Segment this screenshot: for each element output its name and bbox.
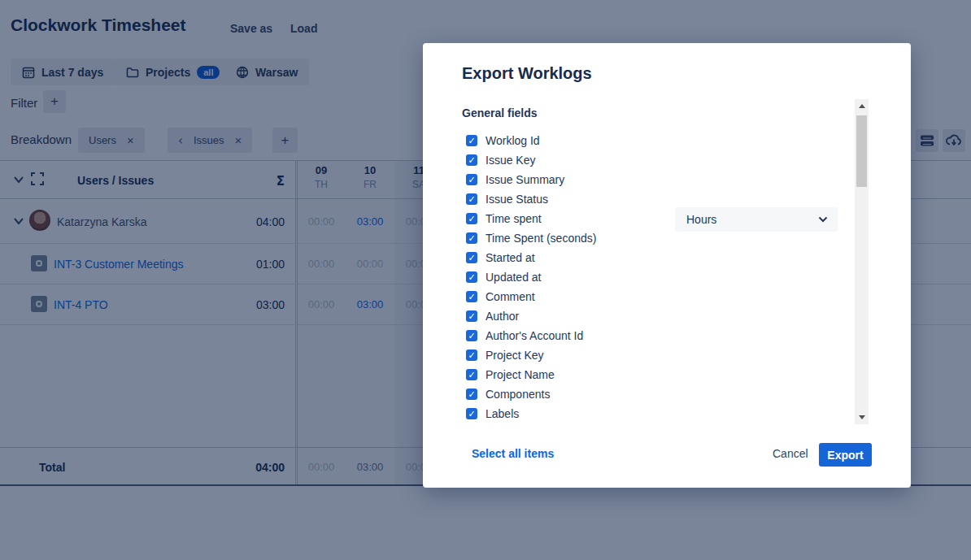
field-label: Issue Summary xyxy=(485,173,564,186)
checkbox-checked[interactable]: ✓ xyxy=(466,193,477,205)
arrow-down-icon xyxy=(859,415,865,419)
field-authors-account-id[interactable]: ✓Author's Account Id xyxy=(466,326,710,345)
checkbox-checked[interactable]: ✓ xyxy=(466,310,477,322)
field-labels[interactable]: ✓Labels xyxy=(466,404,710,423)
field-issue-key[interactable]: ✓Issue Key xyxy=(466,150,710,170)
field-started-at[interactable]: ✓Started at xyxy=(466,248,710,267)
checkbox-checked[interactable]: ✓ xyxy=(466,213,477,224)
checkbox-checked[interactable]: ✓ xyxy=(466,271,477,283)
field-comment[interactable]: ✓Comment xyxy=(466,287,710,306)
field-project-name[interactable]: ✓Project Name xyxy=(466,365,710,384)
field-updated-at[interactable]: ✓Updated at xyxy=(466,267,710,287)
field-label: Author xyxy=(485,310,519,323)
section-heading: General fields xyxy=(462,106,538,119)
field-label: Components xyxy=(485,388,550,401)
field-author[interactable]: ✓Author xyxy=(466,306,710,326)
checkbox-checked[interactable]: ✓ xyxy=(466,369,477,380)
checkbox-checked[interactable]: ✓ xyxy=(466,252,477,263)
modal-title: Export Worklogs xyxy=(462,64,592,83)
field-time-spent-seconds[interactable]: ✓Time Spent (seconds) xyxy=(466,228,710,248)
export-button[interactable]: Export xyxy=(819,443,872,467)
field-label: Comment xyxy=(485,290,535,303)
scrollbar-up-button[interactable] xyxy=(855,99,869,113)
field-label: Updated at xyxy=(485,271,542,284)
checkbox-checked[interactable]: ✓ xyxy=(466,349,477,361)
select-all-items-link[interactable]: Select all items xyxy=(472,447,554,460)
checkbox-checked[interactable]: ✓ xyxy=(466,232,477,244)
field-label: Time spent xyxy=(485,212,542,225)
field-components[interactable]: ✓Components xyxy=(466,384,710,404)
field-label: Author's Account Id xyxy=(485,329,583,342)
time-spent-unit-select[interactable]: Hours xyxy=(675,207,838,232)
selected-unit: Hours xyxy=(686,213,716,226)
field-label: Issue Key xyxy=(485,154,535,167)
cancel-button[interactable]: Cancel xyxy=(768,447,813,460)
field-label: Project Key xyxy=(485,349,544,362)
export-field-list: ✓Worklog Id ✓Issue Key ✓Issue Summary ✓I… xyxy=(466,131,710,423)
field-issue-status[interactable]: ✓Issue Status xyxy=(466,189,710,209)
field-label: Issue Status xyxy=(485,193,548,206)
field-worklog-id[interactable]: ✓Worklog Id xyxy=(466,131,710,150)
chevron-down-icon xyxy=(818,216,828,223)
modal-scrollbar[interactable] xyxy=(855,99,869,424)
screen: Clockwork Timesheet Save as Load Last 7 … xyxy=(0,0,971,560)
checkbox-checked[interactable]: ✓ xyxy=(466,330,477,341)
field-label: Started at xyxy=(485,251,535,264)
scrollbar-down-button[interactable] xyxy=(855,410,869,424)
checkbox-checked[interactable]: ✓ xyxy=(466,154,477,166)
field-time-spent[interactable]: ✓Time spent xyxy=(466,209,710,228)
scrollbar-thumb[interactable] xyxy=(856,115,867,187)
arrow-up-icon xyxy=(859,104,865,108)
field-label: Labels xyxy=(485,407,519,420)
checkbox-checked[interactable]: ✓ xyxy=(466,389,477,400)
checkbox-checked[interactable]: ✓ xyxy=(466,174,477,185)
checkbox-checked[interactable]: ✓ xyxy=(466,291,477,302)
field-project-key[interactable]: ✓Project Key xyxy=(466,345,710,365)
export-worklogs-modal: Export Worklogs General fields ✓Worklog … xyxy=(423,43,911,488)
field-issue-summary[interactable]: ✓Issue Summary xyxy=(466,170,710,189)
field-label: Time Spent (seconds) xyxy=(485,232,596,245)
field-label: Worklog Id xyxy=(485,134,540,147)
checkbox-checked[interactable]: ✓ xyxy=(466,408,477,419)
checkbox-checked[interactable]: ✓ xyxy=(466,135,477,146)
field-label: Project Name xyxy=(485,368,555,381)
